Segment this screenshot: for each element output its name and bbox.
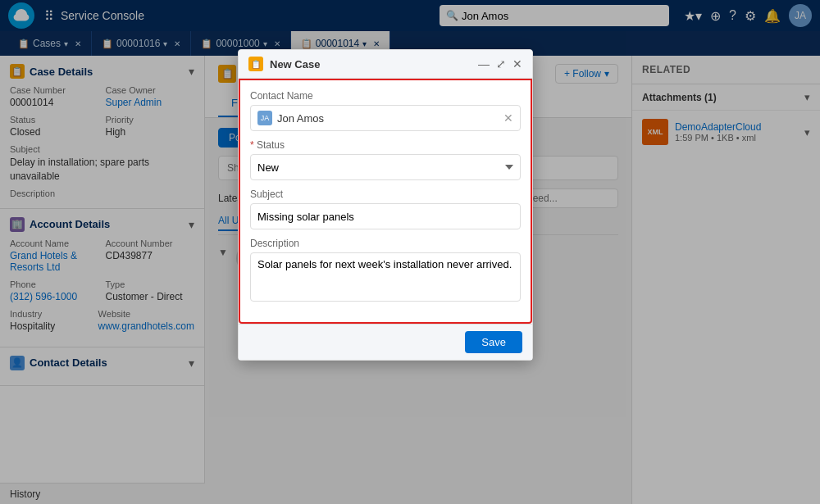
contact-name-input-wrap[interactable]: JA Jon Amos ✕ — [250, 105, 521, 131]
modal-overlay[interactable]: 📋 New Case — ⤢ ✕ Contact Name JA Jon Amo… — [0, 0, 820, 504]
description-form-field: Description Solar panels for next week's… — [250, 238, 521, 304]
contact-name-value: Jon Amos — [277, 112, 503, 125]
modal-title-text: New Case — [270, 58, 320, 70]
modal-footer: Save — [239, 324, 532, 360]
contact-clear-button[interactable]: ✕ — [503, 111, 513, 125]
modal-expand-button[interactable]: ⤢ — [496, 57, 506, 70]
subject-input[interactable] — [250, 203, 521, 229]
save-label: Save — [481, 336, 506, 348]
status-select[interactable]: New Open Closed Escalated — [250, 154, 521, 180]
description-textarea[interactable]: Solar panels for next week's installatio… — [250, 252, 521, 302]
contact-badge-icon: JA — [257, 111, 272, 125]
contact-name-label: Contact Name — [250, 90, 521, 102]
new-case-modal: 📋 New Case — ⤢ ✕ Contact Name JA Jon Amo… — [238, 49, 533, 361]
description-form-label: Description — [250, 238, 521, 249]
modal-minimize-button[interactable]: — — [478, 57, 490, 70]
modal-body: Contact Name JA Jon Amos ✕ Status New Op… — [239, 79, 532, 324]
modal-header: 📋 New Case — ⤢ ✕ — [239, 50, 532, 79]
modal-title-icon: 📋 — [248, 57, 263, 71]
modal-close-button[interactable]: ✕ — [512, 57, 522, 70]
save-button[interactable]: Save — [465, 331, 522, 353]
contact-name-field: Contact Name JA Jon Amos ✕ — [250, 90, 521, 131]
status-form-label: Status — [250, 139, 521, 151]
subject-form-field: Subject — [250, 188, 521, 229]
status-form-field: Status New Open Closed Escalated — [250, 139, 521, 180]
modal-controls: — ⤢ ✕ — [478, 57, 522, 70]
modal-title: 📋 New Case — [248, 57, 320, 71]
subject-form-label: Subject — [250, 188, 521, 200]
